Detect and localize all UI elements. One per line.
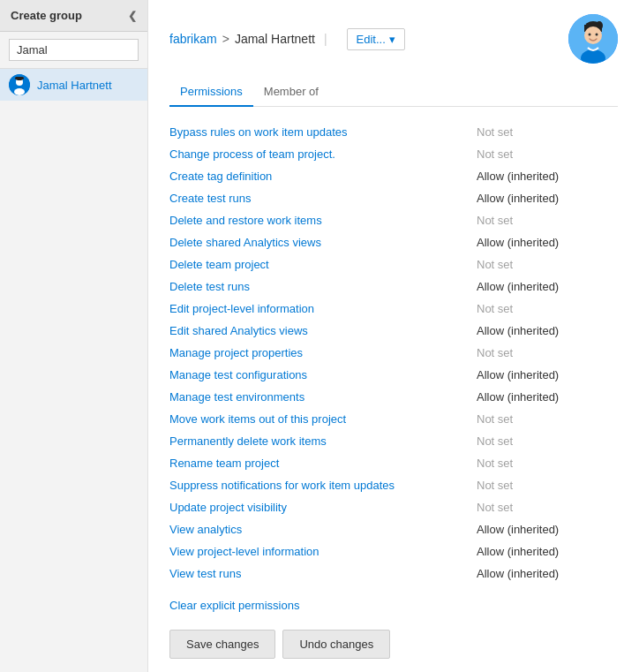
table-row: Permanently delete work itemsNot set	[169, 430, 618, 452]
table-row: View project-level informationAllow (inh…	[169, 540, 618, 563]
sidebar-search-area	[0, 32, 147, 69]
main-content: fabrikam > Jamal Hartnett | Edit... ▾	[148, 0, 639, 672]
permission-value: Allow (inherited)	[477, 236, 618, 249]
permission-name[interactable]: Move work items out of this project	[169, 412, 477, 426]
table-row: Manage test environmentsAllow (inherited…	[169, 386, 618, 408]
tabs-row: Permissions Member of	[169, 78, 618, 107]
permission-value: Allow (inherited)	[477, 390, 618, 404]
permission-value: Not set	[477, 457, 618, 470]
svg-point-10	[589, 34, 591, 36]
table-row: Create tag definitionAllow (inherited)	[169, 165, 618, 187]
edit-button[interactable]: Edit... ▾	[347, 28, 405, 50]
undo-button[interactable]: Undo changes	[282, 630, 390, 659]
table-row: Manage test configurationsAllow (inherit…	[169, 364, 618, 386]
permission-name[interactable]: View test runs	[169, 567, 477, 580]
permission-value: Not set	[477, 147, 618, 161]
permission-value: Allow (inherited)	[477, 192, 618, 205]
permission-value: Not set	[477, 479, 618, 492]
breadcrumb: fabrikam > Jamal Hartnett | Edit... ▾	[169, 28, 405, 50]
tab-permissions[interactable]: Permissions	[169, 78, 253, 107]
header-divider: |	[324, 32, 327, 46]
permission-name[interactable]: Delete shared Analytics views	[169, 236, 477, 249]
permission-value: Not set	[477, 346, 618, 359]
sidebar: Create group ❮ Jamal Hartnett	[0, 0, 148, 672]
permission-name[interactable]: Permanently delete work items	[169, 434, 477, 448]
permission-name[interactable]: Suppress notifications for work item upd…	[169, 479, 477, 492]
create-group-label: Create group	[11, 9, 82, 22]
table-row: Create test runsAllow (inherited)	[169, 187, 618, 209]
permission-name[interactable]: Manage test environments	[169, 390, 477, 404]
permission-value: Allow (inherited)	[477, 567, 618, 580]
tab-member-of[interactable]: Member of	[253, 78, 329, 107]
permission-value: Not set	[477, 258, 618, 271]
table-row: Delete shared Analytics viewsAllow (inhe…	[169, 231, 618, 253]
page-header: fabrikam > Jamal Hartnett | Edit... ▾	[169, 14, 618, 64]
table-row: Suppress notifications for work item upd…	[169, 474, 618, 496]
breadcrumb-org-link[interactable]: fabrikam	[169, 32, 217, 46]
permission-value: Not set	[477, 501, 618, 514]
breadcrumb-current-user: Jamal Hartnett	[235, 32, 315, 46]
permission-value: Allow (inherited)	[477, 324, 618, 337]
permission-value: Allow (inherited)	[477, 523, 618, 536]
save-button[interactable]: Save changes	[169, 630, 275, 659]
svg-rect-4	[15, 77, 24, 79]
avatar-large	[568, 14, 618, 64]
permission-value: Allow (inherited)	[477, 545, 618, 558]
table-row: Delete team projectNot set	[169, 253, 618, 276]
permission-name[interactable]: Create test runs	[169, 192, 477, 205]
svg-point-2	[14, 88, 25, 95]
permission-name[interactable]: Delete test runs	[169, 280, 477, 293]
table-row: Edit project-level informationNot set	[169, 298, 618, 320]
permission-value: Not set	[477, 434, 618, 448]
permission-value: Not set	[477, 302, 618, 315]
avatar-small	[9, 74, 30, 95]
table-row: Bypass rules on work item updatesNot set	[169, 121, 618, 143]
table-row: Change process of team project.Not set	[169, 143, 618, 165]
permission-name[interactable]: Rename team project	[169, 457, 477, 470]
permission-name[interactable]: Change process of team project.	[169, 147, 477, 161]
permission-name[interactable]: Manage project properties	[169, 346, 477, 359]
table-row: Edit shared Analytics viewsAllow (inheri…	[169, 320, 618, 342]
table-row: Rename team projectNot set	[169, 452, 618, 474]
permission-value: Not set	[477, 125, 618, 139]
permission-name[interactable]: Manage test configurations	[169, 368, 477, 381]
edit-button-label: Edit...	[357, 33, 386, 46]
permission-value: Not set	[477, 214, 618, 227]
search-input[interactable]	[9, 39, 139, 61]
permission-name[interactable]: Delete team project	[169, 258, 477, 271]
table-row: Move work items out of this projectNot s…	[169, 408, 618, 430]
table-row: View analyticsAllow (inherited)	[169, 518, 618, 540]
permission-value: Allow (inherited)	[477, 280, 618, 293]
svg-point-11	[596, 34, 598, 36]
table-row: Delete and restore work itemsNot set	[169, 209, 618, 231]
permission-value: Not set	[477, 412, 618, 426]
permission-name[interactable]: View analytics	[169, 523, 477, 536]
permission-value: Allow (inherited)	[477, 368, 618, 381]
clear-permissions-link[interactable]: Clear explicit permissions	[169, 599, 618, 612]
breadcrumb-separator: >	[222, 32, 229, 46]
sidebar-chevron-icon[interactable]: ❮	[128, 10, 137, 22]
permission-name[interactable]: View project-level information	[169, 545, 477, 558]
create-group-header: Create group ❮	[0, 0, 147, 32]
svg-point-9	[584, 26, 602, 44]
table-row: Delete test runsAllow (inherited)	[169, 276, 618, 298]
sidebar-user-item[interactable]: Jamal Hartnett	[0, 69, 147, 101]
sidebar-user-name: Jamal Hartnett	[37, 79, 112, 92]
table-row: Update project visibilityNot set	[169, 496, 618, 518]
table-row: View test runsAllow (inherited)	[169, 563, 618, 585]
permission-name[interactable]: Create tag definition	[169, 170, 477, 183]
permission-name[interactable]: Edit project-level information	[169, 302, 477, 315]
permission-name[interactable]: Delete and restore work items	[169, 214, 477, 227]
permissions-list: Bypass rules on work item updatesNot set…	[169, 121, 618, 585]
permission-name[interactable]: Update project visibility	[169, 501, 477, 514]
table-row: Manage project propertiesNot set	[169, 342, 618, 364]
permission-name[interactable]: Edit shared Analytics views	[169, 324, 477, 337]
action-buttons: Save changes Undo changes	[169, 630, 618, 659]
permission-name[interactable]: Bypass rules on work item updates	[169, 125, 477, 139]
edit-chevron-icon: ▾	[389, 33, 395, 46]
permission-value: Allow (inherited)	[477, 170, 618, 183]
